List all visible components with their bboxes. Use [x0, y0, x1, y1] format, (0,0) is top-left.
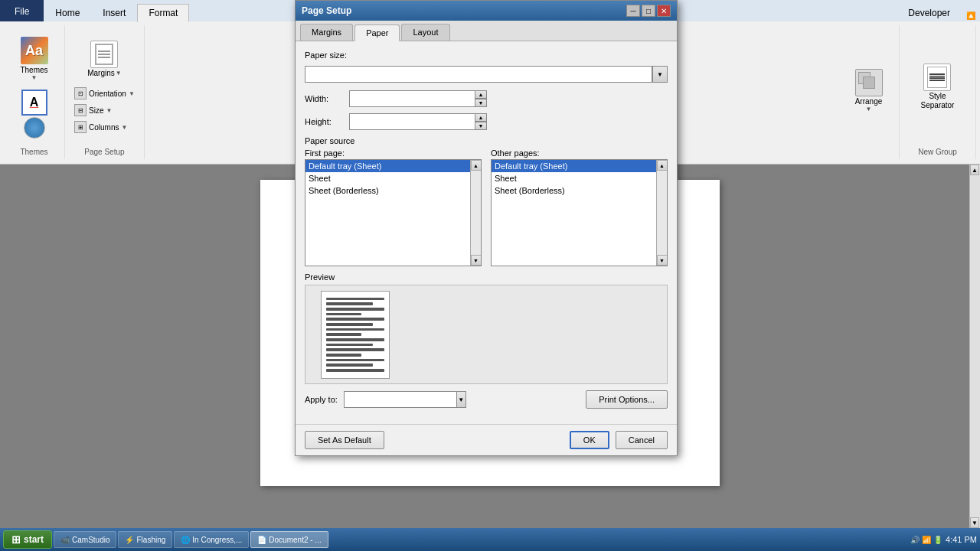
camstudio-label: CamStudio — [72, 536, 109, 544]
preview-line-6 — [326, 323, 373, 326]
cancel-button[interactable]: Cancel — [616, 431, 668, 449]
tab-file[interactable]: File — [0, 0, 44, 21]
preview-line-13 — [326, 359, 384, 362]
taskbar-camstudio[interactable]: 📹 CamStudio — [54, 531, 116, 548]
other-pages-list[interactable]: Default tray (Sheet) Sheet Sheet (Border… — [491, 159, 668, 266]
preview-line-14 — [326, 364, 373, 367]
other-pages-scroll-down[interactable]: ▼ — [657, 255, 668, 266]
taskbar-right: 🔊 📶 🔋 4:41 PM — [910, 535, 977, 544]
arrange-button[interactable]: Arrange ▼ — [853, 67, 885, 115]
style-separator-icon — [923, 64, 951, 91]
dialog-tab-margins[interactable]: Margins — [300, 24, 353, 41]
size-button[interactable]: ⊟ Size ▼ — [71, 103, 138, 118]
print-options-button[interactable]: Print Options... — [586, 390, 668, 409]
tab-home[interactable]: Home — [44, 3, 91, 21]
size-icon: ⊟ — [74, 104, 87, 116]
style-sep-group-label: New Group — [918, 145, 957, 156]
group-style-separator: StyleSeparator New Group — [900, 25, 976, 159]
other-pages-scroll-up[interactable]: ▲ — [657, 160, 668, 171]
ribbon-collapse-icon[interactable]: 🔼 — [966, 11, 975, 20]
height-spin-up[interactable]: ▲ — [475, 113, 487, 122]
word-icon: 📄 — [257, 536, 266, 544]
height-row: Height: 11" ▲ ▼ — [305, 113, 668, 130]
themes-group-content: Aa Themes ▼ A — [18, 28, 50, 145]
style-sep-group-content: StyleSeparator — [919, 28, 957, 145]
print-options-container: Print Options... — [586, 390, 668, 409]
dialog-tab-paper[interactable]: Paper — [354, 24, 400, 41]
first-page-item-0[interactable]: Default tray (Sheet) — [305, 160, 481, 172]
width-input-container: 8.5" ▲ ▼ — [349, 90, 487, 107]
taskbar-browser[interactable]: 🌐 In Congress,... — [174, 531, 249, 548]
apply-to-input[interactable]: Whole document — [344, 391, 456, 408]
width-spin-down[interactable]: ▼ — [475, 99, 487, 107]
arrange-group-content: Arrange ▼ — [853, 28, 885, 153]
font-color-a[interactable]: A — [21, 90, 47, 116]
orientation-button[interactable]: ⊡ Orientation ▼ — [71, 86, 138, 101]
tab-developer[interactable]: Developer — [897, 3, 962, 21]
arrange-label: Arrange — [855, 97, 883, 106]
apply-to-row: Apply to: Whole document ▼ Print Options… — [305, 390, 668, 409]
dialog-close-button[interactable]: ✕ — [657, 5, 671, 17]
first-page-scrollbar[interactable]: ▲ ▼ — [470, 160, 481, 266]
page-setup-group-label: Page Setup — [84, 145, 124, 156]
first-page-scroll-up[interactable]: ▲ — [471, 160, 482, 171]
preview-line-7 — [326, 328, 384, 331]
dialog-tab-layout[interactable]: Layout — [401, 24, 449, 41]
camstudio-icon: 📹 — [60, 536, 70, 544]
preview-line-10 — [326, 344, 373, 347]
columns-button[interactable]: ⊞ Columns ▼ — [71, 119, 138, 135]
first-page-scroll-down[interactable]: ▼ — [471, 255, 482, 266]
preview-line-5 — [326, 318, 384, 321]
tab-format[interactable]: Format — [137, 4, 189, 22]
height-input[interactable]: 11" — [349, 113, 475, 130]
paper-size-dropdown-btn[interactable]: ▼ — [652, 66, 668, 83]
dialog-titlebar: Page Setup ─ □ ✕ — [296, 1, 677, 21]
page-setup-group-content: Margins ▼ ⊡ Orientation ▼ ⊟ Size ▼ — [71, 28, 138, 145]
preview-line-2 — [326, 302, 373, 305]
other-pages-item-1[interactable]: Sheet — [492, 172, 667, 184]
scroll-up[interactable]: ▲ — [970, 165, 979, 175]
group-themes: Aa Themes ▼ A Themes — [4, 25, 65, 159]
height-spin-down[interactable]: ▼ — [475, 122, 487, 130]
margins-button[interactable]: Margins ▼ — [85, 38, 124, 80]
width-input[interactable]: 8.5" — [349, 90, 475, 107]
preview-line-15 — [326, 369, 384, 372]
windows-logo: ⊞ — [11, 533, 21, 546]
dialog-minimize-button[interactable]: ─ — [626, 5, 640, 17]
other-pages-scrollbar[interactable]: ▲ ▼ — [656, 160, 667, 266]
themes-chevron: ▼ — [31, 74, 38, 81]
browser-icon: 🌐 — [181, 536, 190, 544]
first-page-section: First page: Default tray (Sheet) Sheet S… — [305, 148, 482, 266]
paper-size-input[interactable]: Letter (8 1/2 x 11 in) — [305, 66, 652, 83]
start-button[interactable]: ⊞ start — [3, 530, 52, 549]
tab-insert[interactable]: Insert — [91, 3, 137, 21]
first-page-list[interactable]: Default tray (Sheet) Sheet Sheet (Border… — [305, 159, 482, 266]
themes-button[interactable]: Aa Themes ▼ — [18, 34, 50, 83]
dialog-ok-cancel: OK Cancel — [570, 431, 668, 449]
main-scrollbar[interactable]: ▲ ▼ — [969, 165, 980, 528]
color-circle[interactable] — [24, 117, 45, 139]
ok-button[interactable]: OK — [570, 431, 609, 449]
scroll-down[interactable]: ▼ — [970, 517, 979, 528]
apply-to-dropdown-btn[interactable]: ▼ — [456, 391, 466, 408]
width-row: Width: 8.5" ▲ ▼ — [305, 90, 668, 107]
preview-section: Preview — [305, 272, 668, 384]
style-separator-button[interactable]: StyleSeparator — [919, 61, 957, 112]
flashing-icon: ⚡ — [125, 536, 134, 544]
taskbar-word[interactable]: 📄 Document2 - ... — [250, 531, 328, 548]
themes-group-label: Themes — [20, 145, 47, 156]
set-as-default-button[interactable]: Set As Default — [305, 431, 384, 449]
preview-line-3 — [326, 308, 384, 311]
other-pages-item-0[interactable]: Default tray (Sheet) — [492, 160, 667, 172]
width-spin-up[interactable]: ▲ — [475, 90, 487, 99]
system-tray: 🔊 📶 🔋 — [910, 536, 942, 544]
paper-size-label: Paper size: — [305, 51, 347, 60]
taskbar: ⊞ start 📹 CamStudio ⚡ Flashing 🌐 In Cong… — [0, 528, 980, 551]
dialog-title: Page Setup — [302, 5, 351, 16]
first-page-item-2[interactable]: Sheet (Borderless) — [305, 184, 481, 197]
other-pages-item-2[interactable]: Sheet (Borderless) — [492, 184, 667, 197]
first-page-label: First page: — [305, 148, 482, 158]
dialog-restore-button[interactable]: □ — [642, 5, 655, 17]
taskbar-flashing[interactable]: ⚡ Flashing — [118, 531, 172, 548]
first-page-item-1[interactable]: Sheet — [305, 172, 481, 184]
